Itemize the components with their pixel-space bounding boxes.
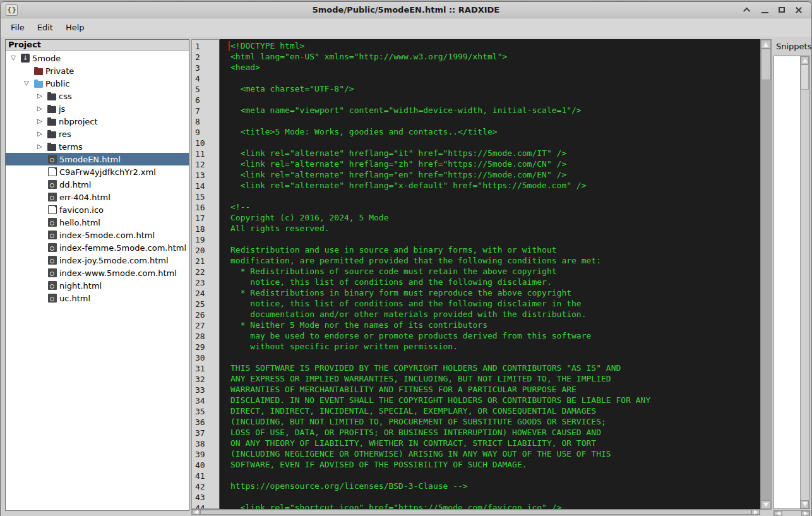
snippets-horizontal-scrollbar[interactable] [773, 510, 810, 516]
expand-collapsed-icon[interactable]: ▷ [36, 140, 47, 153]
scroll-up-button[interactable] [801, 56, 809, 64]
tree-item-index-joy.5mode.com.html[interactable]: index-joy.5mode.com.html [6, 254, 189, 267]
tree-item-Private[interactable]: Private [6, 64, 189, 77]
scroll-left-button[interactable] [774, 511, 782, 516]
editor-hscroll-thumb[interactable] [200, 510, 751, 515]
tree-item-label: index-5mode.com.html [59, 231, 155, 240]
line-number: 39 [192, 449, 219, 460]
tree-item-Public[interactable]: ▽Public [6, 77, 189, 90]
code-line: DIRECT, INDIRECT, INCIDENTAL, SPECIAL, E… [230, 405, 760, 416]
tree-item-label: uc.html [59, 294, 90, 303]
file-html-icon [48, 180, 57, 189]
scroll-up-button[interactable] [761, 40, 771, 49]
line-number: 40 [192, 460, 219, 471]
tree-item-index-femme.5mode.com.html[interactable]: index-femme.5mode.com.html [6, 241, 189, 254]
line-number: 41 [192, 471, 219, 481]
code-line: (INCLUDING, BUT NOT LIMITED TO, PROCUREM… [230, 416, 760, 427]
editor-vertical-scrollbar[interactable] [760, 39, 772, 510]
code-line [230, 116, 760, 126]
snippets-vertical-scrollbar[interactable] [800, 56, 809, 508]
tree-item-label: Public [45, 79, 69, 88]
code-line: LOSS OF USE, DATA, OR PROFITS; OR BUSINE… [230, 427, 760, 438]
tree-item-label: night.html [59, 281, 102, 291]
snippets-vscroll-thumb[interactable] [801, 64, 809, 90]
scroll-left-button[interactable] [192, 510, 200, 515]
file-html-icon [48, 294, 57, 303]
code-editor[interactable]: <!DOCTYPE html><html lang="en-US" xmlns=… [220, 39, 760, 509]
snippets-list[interactable] [773, 56, 810, 509]
expand-collapsed-icon[interactable]: ▷ [36, 90, 47, 102]
tree-item-5mode[interactable]: ▽↓5mode [6, 52, 189, 64]
arrow-right-icon [804, 511, 808, 516]
minimize-button[interactable] [760, 5, 770, 15]
tree-item-label: C9aFrw4yjdfkchYr2.xml [59, 167, 156, 177]
tree-item-dd.html[interactable]: dd.html [6, 178, 189, 191]
code-line-text: THIS SOFTWARE IS PROVIDED BY THE COPYRIG… [230, 363, 621, 373]
tree-item-nbproject[interactable]: ▷nbproject [6, 115, 189, 128]
menu-edit[interactable]: Edit [31, 20, 59, 35]
scroll-down-button[interactable] [801, 500, 809, 508]
tree-item-uc.html[interactable]: uc.html [6, 292, 189, 304]
tree-item-label: css [59, 92, 72, 101]
maximize-button[interactable] [777, 5, 787, 15]
scroll-right-button[interactable] [801, 511, 809, 516]
menu-help[interactable]: Help [59, 20, 91, 35]
expand-open-icon[interactable]: ▽ [9, 52, 21, 64]
code-line: WARRANTIES OF MERCHANTABILITY AND FITNES… [230, 384, 760, 395]
expand-collapsed-icon[interactable]: ▷ [36, 102, 47, 115]
line-number: 31 [192, 363, 219, 374]
scroll-right-button[interactable] [751, 510, 760, 515]
editor-vscroll-thumb[interactable] [761, 49, 771, 80]
code-line-text: SOFTWARE, EVEN IF ADVISED OF THE POSSIBI… [230, 460, 527, 469]
tree-item-terms[interactable]: ▷terms [6, 140, 189, 153]
tree-item-C9aFrw4yjdfkchYr2.xml[interactable]: C9aFrw4yjdfkchYr2.xml [6, 165, 189, 178]
code-line-text: <!DOCTYPE html> [230, 41, 304, 51]
tree-item-css[interactable]: ▷css [6, 90, 189, 102]
tree-item-5modeEN.html[interactable]: 5modeEN.html [6, 153, 189, 165]
code-line: ANY EXPRESS OR IMPLIED WARRANTIES, INCLU… [230, 373, 760, 384]
close-button[interactable] [794, 5, 804, 15]
line-number: 14 [192, 181, 219, 191]
shade-button[interactable] [743, 5, 753, 15]
code-line [230, 234, 760, 244]
code-line: notice, this list of conditions and the … [230, 277, 760, 287]
code-line [230, 94, 760, 105]
editor-horizontal-scrollbar[interactable] [191, 509, 760, 515]
arrow-up-icon [763, 42, 768, 47]
line-number: 36 [192, 417, 219, 428]
expand-collapsed-icon[interactable]: ▷ [36, 115, 47, 128]
tree-item-hello.html[interactable]: hello.html [6, 216, 189, 229]
window-controls [743, 5, 806, 15]
code-line-text: <link rel="alternate" hreflang="en" href… [230, 170, 566, 179]
code-line-text: <link rel="alternate" hreflang="x-defaul… [230, 181, 587, 190]
code-line: <head> [230, 62, 760, 73]
code-line: THIS SOFTWARE IS PROVIDED BY THE COPYRIG… [230, 363, 760, 373]
line-number: 24 [192, 288, 219, 299]
tree-item-favicon.ico[interactable]: favicon.ico [6, 203, 189, 216]
project-tree: ▽↓5mode Private ▽Public ▷css ▷js ▷nbproj… [6, 51, 189, 304]
line-number: 9 [192, 127, 219, 138]
line-number: 1 [192, 41, 219, 52]
tree-item-index-5mode.com.html[interactable]: index-5mode.com.html [6, 229, 189, 241]
main-content: Project ▽↓5mode Private ▽Public ▷css ▷js… [1, 37, 811, 516]
code-line: Copyright (c) 2016, 2024, 5 Mode [230, 212, 760, 223]
window-menu-button[interactable]: {} [6, 4, 18, 16]
code-line: * Neither 5 Mode nor the names of its co… [230, 320, 760, 330]
code-line-text: <title>5 Mode: Works, goodies and contac… [230, 127, 498, 136]
tree-item-res[interactable]: ▷res [6, 128, 189, 140]
expand-open-icon[interactable]: ▽ [23, 77, 34, 90]
tree-item-js[interactable]: ▷js [6, 102, 189, 115]
code-line-text: Redistribution and use in source and bin… [230, 245, 557, 255]
tree-item-err-404.html[interactable]: err-404.html [6, 191, 189, 203]
code-line: Redistribution and use in source and bin… [230, 244, 760, 255]
line-number: 35 [192, 406, 219, 417]
scroll-down-button[interactable] [761, 500, 771, 509]
tree-item-night.html[interactable]: night.html [6, 279, 189, 292]
code-line-text: DISCLAIMED. IN NO EVENT SHALL THE COPYRI… [230, 395, 650, 405]
tree-item-label: err-404.html [59, 193, 110, 202]
menu-file[interactable]: File [4, 20, 31, 35]
line-number: 28 [192, 331, 219, 342]
expand-collapsed-icon[interactable]: ▷ [36, 128, 47, 140]
tree-item-index-www.5mode.com.html[interactable]: index-www.5mode.com.html [6, 267, 189, 279]
tree-item-label: favicon.ico [59, 205, 104, 215]
